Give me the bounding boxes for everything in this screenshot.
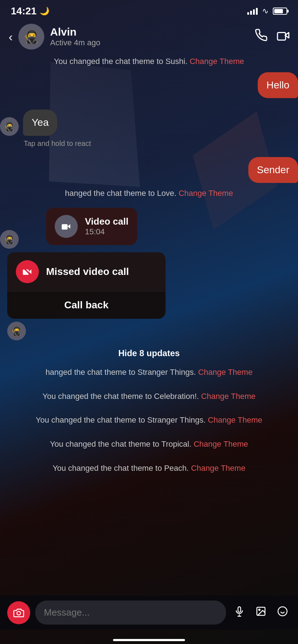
msg-row-yea: 🥷 Yea	[0, 110, 298, 135]
contact-avatar[interactable]: 🥷	[18, 24, 44, 50]
change-theme-love[interactable]: Change Theme	[179, 189, 233, 198]
msg-row-sender: Sender	[0, 157, 298, 183]
contact-status: Active 4m ago	[50, 38, 249, 47]
image-button[interactable]	[253, 603, 269, 622]
video-call-time: 15:04	[85, 227, 128, 236]
chat-scroll-area: You changed the chat theme to Sushi. Cha…	[0, 53, 298, 542]
change-theme-sushi[interactable]: Change Theme	[190, 57, 244, 66]
msg-avatar-missed: 🥷	[7, 322, 26, 340]
mic-button[interactable]	[231, 603, 248, 622]
signal-bar-3	[253, 9, 255, 15]
input-bar	[0, 595, 298, 630]
missed-call-section: Missed video call Call back 🥷	[0, 252, 298, 340]
chat-header: ‹ 🥷 Alvin Active 4m ago	[0, 20, 298, 53]
call-back-label: Call back	[64, 299, 109, 310]
change-theme-stranger2[interactable]: Change Theme	[208, 415, 262, 424]
tap-hold-hint: Tap and hold to react	[0, 138, 298, 148]
video-call-card-icon	[55, 215, 78, 238]
system-msg-tropical: You changed the chat theme to Tropical. …	[0, 436, 298, 453]
below-missed-call-avatar-row: 🥷	[7, 322, 298, 340]
hide-updates-section[interactable]: Hide 8 updates	[0, 342, 298, 364]
msg-row-hello: Hello	[0, 72, 298, 98]
back-button[interactable]: ‹	[9, 31, 13, 43]
call-back-button[interactable]: Call back	[7, 291, 166, 319]
hide-updates-text[interactable]: Hide 8 updates	[118, 348, 180, 358]
message-input[interactable]	[35, 601, 226, 625]
system-msg-stranger1: hanged the chat theme to Stranger Things…	[0, 364, 298, 381]
svg-rect-0	[277, 33, 286, 40]
video-call-row: 🥷 Video call 15:04	[0, 204, 298, 249]
signal-bars	[247, 8, 258, 15]
missed-call-wrapper: Missed video call Call back	[7, 252, 166, 319]
change-theme-peach[interactable]: Change Theme	[191, 464, 245, 473]
header-actions	[255, 29, 289, 45]
header-info: Alvin Active 4m ago	[50, 26, 249, 47]
wifi-icon: ∿	[262, 6, 268, 16]
moon-icon: 🌙	[40, 6, 49, 16]
missed-call-text: Missed video call	[46, 266, 129, 277]
avatar-emoji: 🥷	[23, 29, 40, 44]
bubble-yea: Yea	[23, 110, 57, 135]
bubble-hello: Hello	[258, 72, 298, 98]
system-msg-peach: You changed the chat theme to Peach. Cha…	[0, 460, 298, 477]
video-call-card: Video call 15:04	[46, 208, 137, 245]
video-call-button[interactable]	[276, 29, 289, 45]
msg-avatar-yea: 🥷	[0, 117, 19, 136]
sticker-button[interactable]	[274, 603, 291, 622]
battery-fill	[274, 9, 283, 13]
system-msg-sushi: You changed the chat theme to Sushi. Cha…	[0, 53, 298, 70]
system-msg-stranger2: You changed the chat theme to Stranger T…	[0, 412, 298, 429]
svg-point-7	[17, 611, 21, 615]
contact-name: Alvin	[50, 26, 249, 38]
change-theme-celebration[interactable]: Change Theme	[201, 392, 256, 401]
phone-call-button[interactable]	[255, 29, 268, 45]
signal-bar-2	[250, 11, 252, 15]
status-icons: ∿	[247, 6, 287, 16]
signal-bar-1	[247, 12, 249, 15]
change-theme-tropical[interactable]: Change Theme	[194, 440, 248, 448]
video-call-title: Video call	[85, 216, 128, 227]
missed-call-card: Missed video call	[7, 252, 166, 291]
missed-call-icon	[16, 260, 39, 283]
status-bar: 14:21 🌙 ∿	[0, 0, 298, 20]
msg-avatar-videocall: 🥷	[0, 230, 19, 249]
system-msg-love: hanged the chat theme to Love. Change Th…	[0, 185, 298, 202]
bubble-sender: Sender	[248, 157, 298, 183]
svg-point-13	[278, 607, 287, 616]
home-indicator	[113, 639, 185, 641]
status-time: 14:21 🌙	[11, 5, 49, 17]
signal-bar-4	[256, 8, 258, 15]
svg-rect-2	[62, 224, 68, 230]
svg-rect-8	[238, 607, 241, 612]
time-display: 14:21	[11, 5, 37, 17]
svg-marker-3	[68, 224, 71, 229]
camera-button[interactable]	[7, 601, 30, 624]
system-msg-celebration: You changed the chat theme to Celebratio…	[0, 388, 298, 405]
svg-point-12	[259, 609, 260, 610]
video-call-info: Video call 15:04	[85, 216, 128, 236]
battery-icon	[273, 8, 287, 15]
change-theme-stranger1[interactable]: Change Theme	[198, 368, 252, 377]
